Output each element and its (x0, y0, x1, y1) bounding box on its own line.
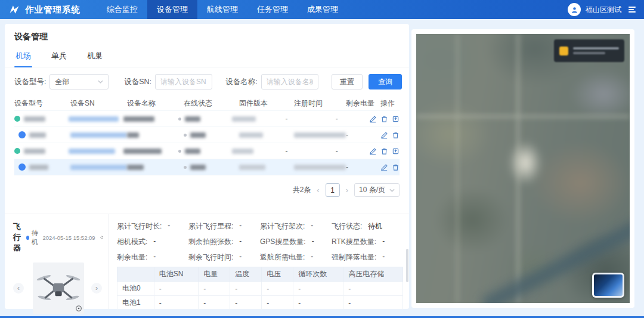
sn-input[interactable] (160, 78, 207, 86)
stat-item: 剩余飞行时间:- (188, 252, 260, 263)
actions-cell (380, 163, 400, 171)
delete-icon[interactable] (392, 131, 400, 139)
carousel-next-icon[interactable]: › (91, 283, 102, 294)
search-button[interactable]: 查询 (369, 74, 402, 89)
edit-icon[interactable] (380, 131, 388, 139)
device-name-cell (127, 165, 184, 170)
table-row[interactable]: - (14, 127, 400, 143)
nav-item[interactable]: 综合监控 (97, 0, 147, 19)
map-card (411, 29, 634, 308)
battery-value: - (199, 282, 230, 296)
edit-icon[interactable] (369, 147, 377, 155)
stat-item: GPS搜星数量:- (260, 237, 332, 247)
chevron-down-icon (98, 80, 103, 84)
column-header: 操作 (380, 98, 400, 109)
device-sn-cell (69, 149, 123, 154)
prev-page-icon[interactable]: ‹ (317, 186, 319, 194)
battery-value: - (199, 296, 230, 310)
delete-icon[interactable] (392, 163, 400, 171)
model-select[interactable]: 全部 (49, 74, 109, 89)
battery-value: - (262, 296, 293, 310)
blurred-text (232, 149, 253, 154)
page-size-value: 10 条/页 (359, 185, 385, 195)
map-marker-icon (559, 47, 568, 55)
map-layer-control[interactable] (554, 39, 624, 62)
battery-table: 电池SN电量温度电压循环次数高压电存储 电池0------电池1------ (117, 267, 403, 310)
stat-value: - (312, 237, 314, 247)
stat-item: 剩余电量:- (117, 252, 188, 263)
blurred-text (294, 165, 346, 170)
device-model-cell (14, 131, 70, 138)
aircraft-title: 飞行器 (13, 221, 23, 254)
export-icon[interactable] (392, 115, 400, 123)
reset-button[interactable]: 重置 (332, 74, 363, 89)
device-tabs: 机场单兵机巢 (5, 46, 409, 67)
carousel-prev-icon[interactable]: ‹ (13, 283, 24, 294)
nav-item[interactable]: 设备管理 (147, 0, 197, 19)
blurred-text (70, 132, 127, 138)
map-panel[interactable] (416, 34, 630, 303)
stat-item: 返航所需电量:- (260, 252, 332, 263)
blurred-text (69, 149, 115, 154)
nav-item[interactable]: 成果管理 (298, 0, 348, 19)
battery-cell: - (346, 131, 380, 139)
stat-value: - (382, 237, 385, 247)
battery-value: - (154, 296, 199, 310)
delete-icon[interactable] (380, 147, 388, 155)
basemap-switcher-thumbnail[interactable] (592, 273, 624, 298)
menu-list-icon[interactable] (628, 7, 636, 13)
firmware-cell (232, 149, 285, 154)
user-avatar[interactable] (568, 3, 581, 16)
next-page-icon[interactable]: › (346, 186, 348, 194)
aircraft-status-badge: 待机 (26, 229, 39, 246)
battery-column-header: 高压电存储 (343, 267, 403, 282)
stat-value: - (311, 221, 313, 231)
stat-label: 累计飞行时长: (117, 221, 162, 231)
table-row[interactable]: -- (14, 111, 400, 127)
edit-icon[interactable] (380, 163, 388, 171)
status-mini-dot (178, 118, 181, 121)
page-number[interactable]: 1 (326, 183, 340, 197)
actions-cell (380, 131, 400, 139)
stat-value: - (239, 237, 242, 247)
nav-item[interactable]: 任务管理 (247, 0, 298, 19)
blurred-text (232, 116, 256, 122)
device-name-cell (123, 149, 178, 154)
export-icon[interactable] (392, 147, 400, 155)
table-row[interactable]: - (14, 159, 400, 175)
battery-value: - (293, 296, 343, 310)
battery-column-header: 电量 (199, 267, 230, 282)
battery-column-header: 电压 (262, 267, 293, 282)
stat-label: 剩余飞行时间: (188, 252, 233, 263)
battery-row: 电池1------ (117, 296, 403, 310)
locate-icon[interactable] (75, 305, 82, 312)
tab-机场[interactable]: 机场 (14, 46, 32, 67)
firmware-cell (239, 132, 294, 138)
table-row[interactable]: -- (14, 143, 400, 159)
stat-label: 强制降落电量: (332, 252, 376, 263)
battery-value: - (154, 282, 199, 296)
refresh-icon[interactable] (100, 234, 103, 241)
edit-icon[interactable] (369, 115, 377, 123)
blurred-text (127, 165, 144, 170)
register-time-cell: - (286, 115, 336, 123)
map-control-labels (573, 47, 619, 54)
stat-item: 强制降落电量:- (332, 252, 403, 263)
page-size-select[interactable]: 10 条/页 (354, 183, 400, 197)
name-input[interactable] (267, 78, 313, 86)
delete-icon[interactable] (380, 115, 388, 123)
green-status-dot (14, 148, 20, 154)
blurred-text (123, 149, 162, 154)
blurred-text (29, 132, 46, 138)
stat-value: - (382, 252, 385, 263)
tab-单兵[interactable]: 单兵 (50, 46, 68, 67)
nav-item[interactable]: 航线管理 (197, 0, 247, 19)
battery-cell: - (336, 115, 369, 123)
aircraft-panel: 飞行器 待机 2024-05-15 15:52:09 ‹ (5, 214, 109, 309)
device-model-cell (14, 163, 70, 171)
stat-label: 累计飞行架次: (260, 221, 305, 231)
online-status-cell (184, 132, 239, 138)
tab-机巢[interactable]: 机巢 (86, 46, 104, 67)
scrollbar-thumb[interactable] (406, 249, 408, 282)
stat-value: - (311, 252, 313, 263)
